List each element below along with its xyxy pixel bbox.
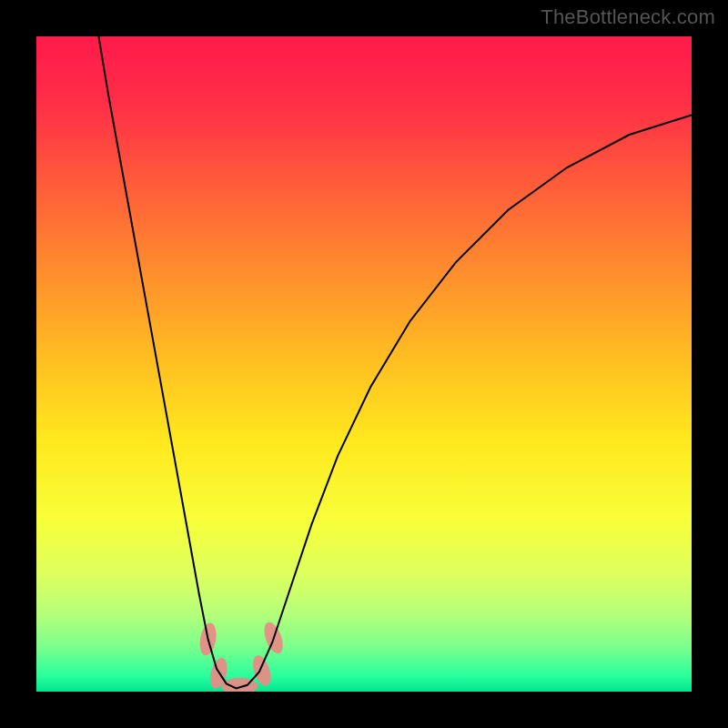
chart-frame: TheBottleneck.com (0, 0, 728, 728)
watermark-text: TheBottleneck.com (541, 5, 715, 29)
plot-area (36, 36, 692, 692)
plot-svg (36, 36, 692, 692)
gradient-bg (36, 36, 692, 692)
